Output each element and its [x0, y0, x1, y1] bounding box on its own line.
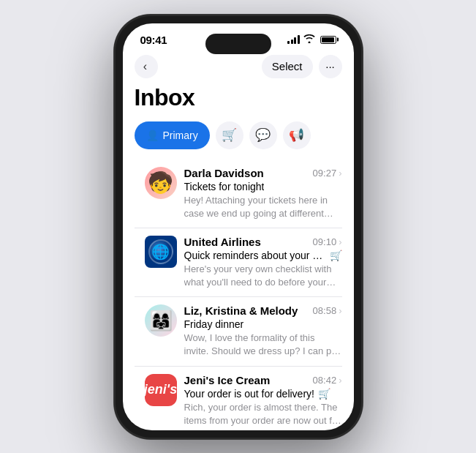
primary-tab-icon: 👤	[146, 130, 159, 141]
sender-3: Liz, Kristina & Melody	[184, 304, 298, 317]
chevron-3: ›	[339, 305, 341, 316]
email-item-1[interactable]: 🧒 Darla Davidson 09:27 › T	[135, 160, 342, 228]
chevron-1: ›	[339, 168, 341, 179]
tab-shopping[interactable]: 🛒	[216, 121, 243, 149]
email-body-4: Jeni's Ice Cream 08:42 › Your order is o…	[184, 374, 342, 427]
email-body-3: Liz, Kristina & Melody 08:58 › Friday di…	[184, 304, 342, 358]
sender-4: Jeni's Ice Cream	[184, 374, 271, 386]
email-item-4[interactable]: jeni's Jeni's Ice Cream 08:42 ›	[135, 367, 342, 430]
time-2: 09:10	[313, 236, 337, 247]
cart-icon-2: 🛒	[330, 250, 342, 261]
preview-1: Hey! Attaching your tickets here in case…	[184, 194, 342, 220]
subject-4: Your order is out for delivery!	[184, 388, 314, 400]
cart-icon-4: 🛒	[318, 388, 330, 400]
shopping-icon: 🛒	[222, 127, 237, 143]
category-tabs: 👤 Primary 🛒 💬 📢	[135, 121, 342, 149]
back-chevron-icon: ‹	[143, 60, 147, 73]
phone-wrapper: 09:41	[114, 15, 363, 439]
time-1: 09:27	[313, 168, 337, 179]
avatar-united: 🌐	[145, 236, 177, 268]
primary-tab-label: Primary	[163, 130, 198, 141]
sender-2: United Airlines	[184, 236, 261, 248]
nav-right-actions: Select ···	[262, 55, 342, 78]
select-button[interactable]: Select	[262, 55, 313, 78]
subject-1: Tickets for tonight	[184, 181, 265, 192]
avatar-darla: 🧒	[145, 167, 177, 199]
nav-bar: ‹ Select ···	[123, 52, 354, 84]
email-item-3[interactable]: 👩‍👩‍👧 Liz, Kristina & Melody 08:58 ›	[135, 297, 342, 366]
battery-icon	[320, 36, 336, 44]
wifi-icon	[303, 34, 315, 45]
tab-social[interactable]: 💬	[249, 121, 277, 149]
dynamic-island	[205, 34, 271, 54]
avatar-liz: 👩‍👩‍👧	[145, 304, 177, 337]
time-4: 08:42	[313, 375, 337, 386]
page-title: Inbox	[135, 84, 342, 111]
preview-4: Rich, your order is almost there. The it…	[184, 401, 342, 427]
avatar-jeni: jeni's	[145, 374, 177, 406]
status-time: 09:41	[140, 34, 167, 46]
preview-2: Here's your very own checklist with what…	[184, 263, 342, 289]
time-3: 08:58	[313, 305, 337, 316]
email-body-2: United Airlines 09:10 › Quick reminders …	[184, 236, 342, 289]
email-list: 🧒 Darla Davidson 09:27 › T	[135, 160, 342, 430]
more-button[interactable]: ···	[319, 55, 342, 78]
phone-frame: 09:41	[114, 15, 363, 439]
chevron-4: ›	[339, 375, 341, 386]
tab-primary[interactable]: 👤 Primary	[135, 121, 210, 149]
phone-screen: 09:41	[123, 23, 354, 430]
subject-3: Friday dinner	[184, 318, 244, 330]
page-content: Inbox 👤 Primary 🛒 💬 📢	[123, 84, 354, 430]
email-body-1: Darla Davidson 09:27 › Tickets for tonig…	[184, 167, 342, 220]
preview-3: Wow, I love the formality of this invite…	[184, 332, 342, 358]
signal-icon	[287, 35, 300, 44]
tab-promotions[interactable]: 📢	[283, 121, 311, 149]
email-item-2[interactable]: 🌐 United Airlines 09:10 ›	[135, 228, 342, 297]
social-icon: 💬	[255, 127, 271, 143]
promotions-icon: 📢	[289, 127, 304, 143]
chevron-2: ›	[339, 236, 341, 247]
status-icons	[287, 34, 336, 45]
subject-2: Quick reminders about your upcoming…	[184, 250, 326, 261]
sender-1: Darla Davidson	[184, 167, 264, 179]
back-button[interactable]: ‹	[135, 55, 158, 78]
